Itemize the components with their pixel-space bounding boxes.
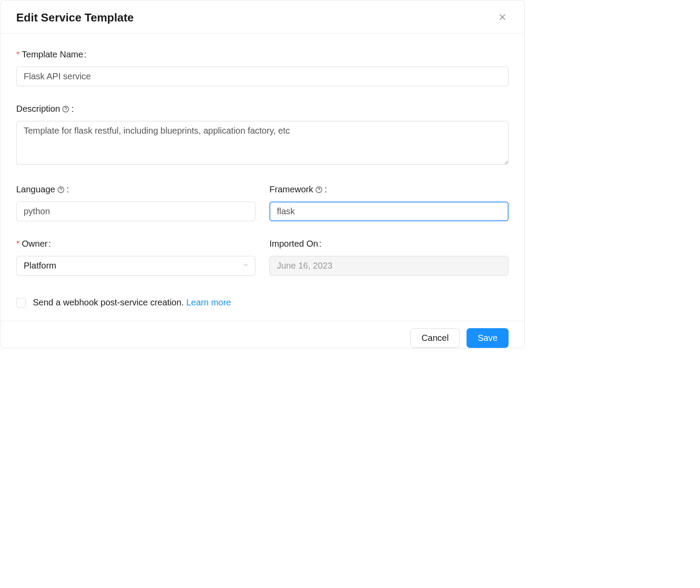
description-textarea[interactable]: Template for flask restful, including bl… (16, 121, 509, 165)
owner-select-value: Platform (16, 256, 255, 276)
help-icon[interactable] (62, 105, 70, 113)
webhook-label: Send a webhook post-service creation. Le… (33, 298, 231, 308)
svg-point-7 (319, 191, 319, 191)
language-input[interactable] (16, 202, 255, 221)
imported-on-label-text: Imported On (269, 239, 318, 249)
description-group: Description : Template for flask restful… (16, 104, 509, 167)
imported-on-value: June 16, 2023 (269, 256, 509, 276)
required-mark: * (16, 50, 20, 60)
owner-label: * Owner : (16, 239, 255, 249)
owner-select[interactable]: Platform (16, 256, 255, 276)
close-icon (498, 13, 507, 23)
template-name-group: * Template Name : (16, 50, 509, 86)
label-colon: : (67, 184, 69, 195)
webhook-label-text: Send a webhook post-service creation. (33, 298, 186, 307)
cancel-button[interactable]: Cancel (410, 328, 460, 348)
label-colon: : (71, 104, 74, 114)
label-colon: : (49, 239, 51, 249)
svg-point-5 (61, 191, 61, 191)
learn-more-link[interactable]: Learn more (186, 298, 231, 307)
language-label-text: Language (16, 184, 55, 195)
label-colon: : (325, 184, 327, 195)
framework-label: Framework : (269, 184, 509, 195)
framework-input[interactable] (269, 202, 509, 221)
framework-label-text: Framework (269, 184, 313, 195)
svg-point-3 (66, 110, 66, 111)
required-mark: * (16, 239, 20, 249)
lang-framework-row: Language : Framework (16, 184, 509, 239)
imported-on-group: Imported On : June 16, 2023 (269, 239, 509, 276)
label-colon: : (319, 239, 322, 249)
help-icon[interactable] (315, 186, 323, 194)
language-label: Language : (16, 184, 255, 195)
description-label-text: Description (16, 104, 60, 114)
webhook-checkbox[interactable] (16, 298, 26, 308)
template-name-label: * Template Name : (16, 50, 509, 60)
owner-label-text: Owner (22, 239, 48, 249)
framework-group: Framework : (269, 184, 509, 221)
label-colon: : (84, 50, 87, 60)
close-button[interactable] (496, 11, 509, 25)
description-label: Description : (16, 104, 509, 114)
modal-header: Edit Service Template (0, 0, 524, 34)
language-group: Language : (16, 184, 255, 221)
template-name-input[interactable] (16, 67, 509, 86)
template-name-label-text: Template Name (22, 50, 83, 60)
modal-footer: Cancel Save (0, 321, 524, 348)
imported-on-label: Imported On : (269, 239, 509, 249)
help-icon[interactable] (57, 186, 65, 194)
owner-imported-row: * Owner : Platform Imported On : (16, 239, 509, 293)
modal-body: * Template Name : Description : Template… (0, 34, 524, 321)
webhook-row: Send a webhook post-service creation. Le… (16, 298, 509, 308)
modal-title: Edit Service Template (16, 11, 134, 25)
owner-group: * Owner : Platform (16, 239, 255, 276)
save-button[interactable]: Save (467, 328, 509, 348)
edit-service-template-modal: Edit Service Template * Template Name : … (0, 0, 525, 348)
